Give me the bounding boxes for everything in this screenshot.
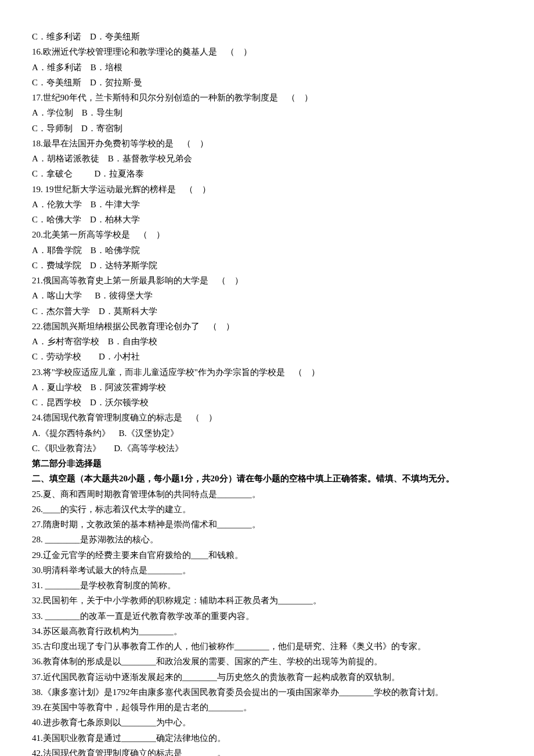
q32: 32.民国初年，关于中小学教师的职称规定：辅助本科正教员者为________。 xyxy=(32,593,502,608)
q41: 41.美国职业教育是通过________确定法律地位的。 xyxy=(32,730,502,746)
q24-options-1: A.《提尔西特条约》 B.《汉堡协定》 xyxy=(32,426,502,441)
q20-options-1: A．耶鲁学院 B．哈佛学院 xyxy=(32,243,502,258)
q21-stem: 21.俄国高等教育史上第一所最具影响的大学是 （ ） xyxy=(32,273,502,288)
q18-options-1: A．胡格诺派教徒 B．基督教学校兄弟会 xyxy=(32,151,502,166)
q40: 40.进步教育七条原则以________为中心。 xyxy=(32,715,502,730)
q16-options-1: A．维多利诺 B．培根 xyxy=(32,60,502,75)
q18-stem: 18.最早在法国开办免费初等学校的是 （ ） xyxy=(32,136,502,151)
q23-options-2: C．昆西学校 D．沃尔顿学校 xyxy=(32,395,502,410)
q35: 35.古印度出现了专门从事教育工作的人，他们被称作________，他们是研究、… xyxy=(32,639,502,654)
q38: 38.《康多塞计划》是1792年由康多塞代表国民教育委员会提出的一项由国家举办_… xyxy=(32,685,502,700)
q17-options-2: C．导师制 D．寄宿制 xyxy=(32,121,502,136)
q16-options-2: C．夸美纽斯 D．贺拉斯·曼 xyxy=(32,75,502,90)
q23-stem: 23.将"学校应适应儿童，而非儿童适应学校"作为办学宗旨的学校是 （ ） xyxy=(32,365,502,380)
q19-options-1: A．伦敦大学 B．牛津大学 xyxy=(32,197,502,212)
q20-options-2: C．费城学院 D．达特茅斯学院 xyxy=(32,258,502,273)
section2-title: 第二部分非选择题 xyxy=(32,456,502,471)
q17-options-1: A．学位制 B．导生制 xyxy=(32,105,502,120)
q33: 33. ________的改革一直是近代教育教学改革的重要内容。 xyxy=(32,609,502,624)
q36: 36.教育体制的形成是以________和政治发展的需要、国家的产生、学校的出现… xyxy=(32,654,502,669)
q39: 39.在英国中等教育中，起领导作用的是古老的________。 xyxy=(32,700,502,715)
q21-options-1: A．喀山大学 B．彼得堡大学 xyxy=(32,288,502,303)
q20-stem: 20.北美第一所高等学校是 （ ） xyxy=(32,227,502,242)
q15-options: C．维多利诺 D．夸美纽斯 xyxy=(32,29,502,44)
q21-options-2: C．杰尔普大学 D．莫斯科大学 xyxy=(32,304,502,319)
q37: 37.近代国民教育运动中逐渐发展起来的________与历史悠久的贵族教育一起构… xyxy=(32,669,502,685)
q30: 30.明清科举考试最大的特点是________。 xyxy=(32,563,502,578)
q27: 27.隋唐时期，文教政策的基本精神是崇尚儒术和________。 xyxy=(32,517,502,532)
q42: 42.法国现代教育管理制度确立的标志是________。 xyxy=(32,746,502,756)
q34: 34.苏区最高教育行政机构为________。 xyxy=(32,624,502,639)
q18-options-2: C．拿破仑 D．拉夏洛泰 xyxy=(32,166,502,181)
q24-stem: 24.德国现代教育管理制度确立的标志是 （ ） xyxy=(32,410,502,425)
q25: 25.夏、商和西周时期教育管理体制的共同特点是________。 xyxy=(32,487,502,502)
q22-options-2: C．劳动学校 D．小村社 xyxy=(32,349,502,364)
q16-stem: 16.欧洲近代学校管理理论和教学理论的奠基人是 （ ） xyxy=(32,44,502,59)
q17-stem: 17.世纪90年代，兰卡斯特和贝尔分别创造的一种新的教学制度是 （ ） xyxy=(32,90,502,105)
q28: 28. ________是苏湖教法的核心。 xyxy=(32,532,502,547)
q31: 31. ________是学校教育制度的简称。 xyxy=(32,578,502,593)
q26: 26.____的实行，标志着汉代太学的建立。 xyxy=(32,502,502,517)
section2-instructions: 二、填空题（本大题共20小题，每小题1分，共20分）请在每小题的空格中填上正确答… xyxy=(32,471,502,486)
q19-stem: 19. 19世纪新大学运动最光辉的榜样是 （ ） xyxy=(32,182,502,197)
q22-options-1: A．乡村寄宿学校 B．自由学校 xyxy=(32,334,502,349)
q29: 29.辽金元官学的经费主要来自官府拨给的____和钱粮。 xyxy=(32,548,502,563)
q19-options-2: C．哈佛大学 D．柏林大学 xyxy=(32,212,502,227)
q22-stem: 22.德国凯兴斯坦纳根据公民教育理论创办了 （ ） xyxy=(32,319,502,334)
q23-options-1: A．夏山学校 B．阿波茨霍姆学校 xyxy=(32,380,502,395)
q24-options-2: C.《职业教育法》 D.《高等学校法》 xyxy=(32,441,502,456)
